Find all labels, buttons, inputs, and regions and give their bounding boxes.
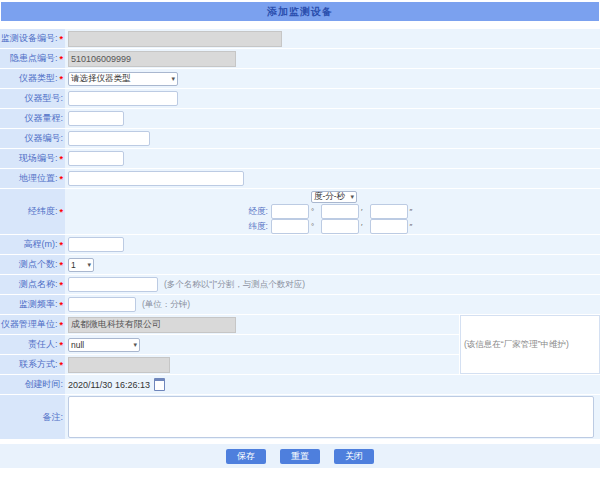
field-row-frequency: 监测频率: * (单位：分钟) — [0, 295, 600, 314]
button-bar: 保存 重置 关闭 — [0, 444, 600, 468]
label-text: 责任人: — [28, 338, 58, 351]
device-number-input — [68, 31, 282, 47]
label-text: 现场编号: — [19, 152, 58, 165]
label-text: 仪器管理单位: — [1, 318, 58, 331]
remark-textarea[interactable] — [68, 396, 594, 438]
second-symbol: ″ — [410, 207, 413, 216]
label-instrument-number: 仪器编号: — [0, 129, 65, 148]
chevron-down-icon: ▾ — [84, 261, 91, 268]
chevron-down-icon: ▾ — [168, 75, 175, 82]
label-device-number: 监测设备编号: * — [0, 29, 65, 48]
required-star: * — [59, 240, 63, 250]
longitude-label: 经度: — [249, 206, 268, 218]
instrument-type-select[interactable]: 请选择仪器类型 ▾ — [68, 72, 178, 86]
required-star: * — [59, 280, 63, 290]
instrument-range-input[interactable] — [68, 111, 124, 126]
latitude-min-input[interactable] — [321, 219, 359, 234]
label-point-names: 测点名称: * — [0, 275, 65, 294]
degree-symbol: ° — [311, 222, 314, 231]
label-text: 监测频率: — [19, 298, 58, 311]
elevation-input[interactable] — [68, 237, 124, 252]
management-unit-input — [68, 317, 236, 333]
label-text: 仪器编号: — [24, 132, 63, 145]
field-row-instrument-type: 仪器类型: * 请选择仪器类型 ▾ — [0, 69, 600, 88]
selected-value: 度-分-秒 — [314, 191, 345, 203]
field-management-unit — [65, 315, 459, 334]
required-star: * — [59, 154, 63, 164]
label-management-unit: 仪器管理单位: * — [0, 315, 65, 334]
longitude-deg-input[interactable] — [271, 204, 309, 219]
field-row-remark: 备注: — [0, 395, 600, 439]
reset-button[interactable]: 重置 — [280, 449, 320, 464]
field-row-management-unit: 仪器管理单位: * — [0, 315, 459, 334]
field-row-instrument-number: 仪器编号: — [0, 129, 600, 148]
latitude-sec-input[interactable] — [370, 219, 408, 234]
point-count-select[interactable]: 1 ▾ — [68, 258, 94, 272]
required-star: * — [59, 360, 63, 370]
latitude-deg-input[interactable] — [271, 219, 309, 234]
field-row-device-number: 监测设备编号: * — [0, 29, 600, 48]
add-device-form: 监测设备编号: * 隐患点编号: * 仪器类型: * 请选择仪器类型 ▾ — [0, 29, 600, 439]
label-text: 联系方式: — [19, 358, 58, 371]
contact-input — [68, 357, 170, 373]
field-row-created-time: 创建时间: 2020/11/30 16:26:13 — [0, 375, 600, 394]
created-time-value: 2020/11/30 16:26:13 — [68, 380, 150, 390]
instrument-number-input[interactable] — [68, 131, 150, 146]
label-text: 地理位置: — [19, 172, 58, 185]
latitude-line: 纬度: ° ′ ″ — [249, 219, 420, 234]
field-created-time: 2020/11/30 16:26:13 — [65, 375, 600, 394]
calendar-icon[interactable] — [154, 378, 165, 391]
field-row-point-names: 测点名称: * (多个名称以“|”分割，与测点个数对应) — [0, 275, 600, 294]
coord-format-select[interactable]: 度-分-秒 ▾ — [311, 191, 357, 203]
point-names-input[interactable] — [68, 277, 158, 292]
field-responsible: null ▾ — [65, 335, 459, 354]
label-created-time: 创建时间: — [0, 375, 65, 394]
field-row-site-number: 现场编号: * — [0, 149, 600, 168]
longitude-line: 经度: ° ′ ″ — [249, 204, 420, 219]
label-instrument-range: 仪器量程: — [0, 109, 65, 128]
label-site-number: 现场编号: * — [0, 149, 65, 168]
required-star: * — [59, 54, 63, 64]
label-coordinates: 经纬度: * — [0, 189, 65, 234]
field-site-number — [65, 149, 600, 168]
label-responsible: 责任人: * — [0, 335, 65, 354]
label-text: 经纬度: — [28, 205, 58, 218]
field-instrument-type: 请选择仪器类型 ▾ — [65, 69, 600, 88]
required-star: * — [59, 74, 63, 84]
longitude-min-input[interactable] — [321, 204, 359, 219]
label-contact: 联系方式: * — [0, 355, 65, 374]
chevron-down-icon: ▾ — [130, 341, 137, 348]
label-text: 仪器类型: — [19, 72, 58, 85]
field-row-hazard-number: 隐患点编号: * — [0, 49, 600, 68]
instrument-model-input[interactable] — [68, 91, 178, 106]
label-text: 仪器型号: — [24, 92, 63, 105]
field-row-point-count: 测点个数: * 1 ▾ — [0, 255, 600, 274]
label-text: 仪器量程: — [24, 112, 63, 125]
label-text: 高程(m): — [23, 238, 57, 251]
required-star: * — [59, 34, 63, 44]
required-star: * — [59, 300, 63, 310]
field-device-number — [65, 29, 600, 48]
vendor-maintain-note-text: (该信息在“厂家管理”中维护) — [464, 339, 569, 351]
field-instrument-number — [65, 129, 600, 148]
label-point-count: 测点个数: * — [0, 255, 65, 274]
field-point-count: 1 ▾ — [65, 255, 600, 274]
site-number-input[interactable] — [68, 151, 124, 166]
field-instrument-range — [65, 109, 600, 128]
longitude-sec-input[interactable] — [370, 204, 408, 219]
minute-symbol: ′ — [361, 222, 363, 231]
latitude-label: 纬度: — [249, 221, 268, 233]
responsible-select[interactable]: null ▾ — [68, 338, 140, 352]
close-button[interactable]: 关闭 — [334, 449, 374, 464]
frequency-input[interactable] — [68, 297, 136, 312]
save-button[interactable]: 保存 — [226, 449, 266, 464]
label-text: 备注: — [42, 411, 63, 424]
required-star: * — [59, 174, 63, 184]
minute-symbol: ′ — [361, 207, 363, 216]
label-remark: 备注: — [0, 395, 65, 439]
vendor-maintain-note: (该信息在“厂家管理”中维护) — [460, 315, 600, 374]
label-text: 测点名称: — [19, 278, 58, 291]
selected-value: 请选择仪器类型 — [71, 73, 131, 85]
location-input[interactable] — [68, 171, 244, 186]
field-coordinates: 度-分-秒 ▾ 经度: ° ′ ″ 纬度: ° ′ ″ — [65, 189, 600, 234]
